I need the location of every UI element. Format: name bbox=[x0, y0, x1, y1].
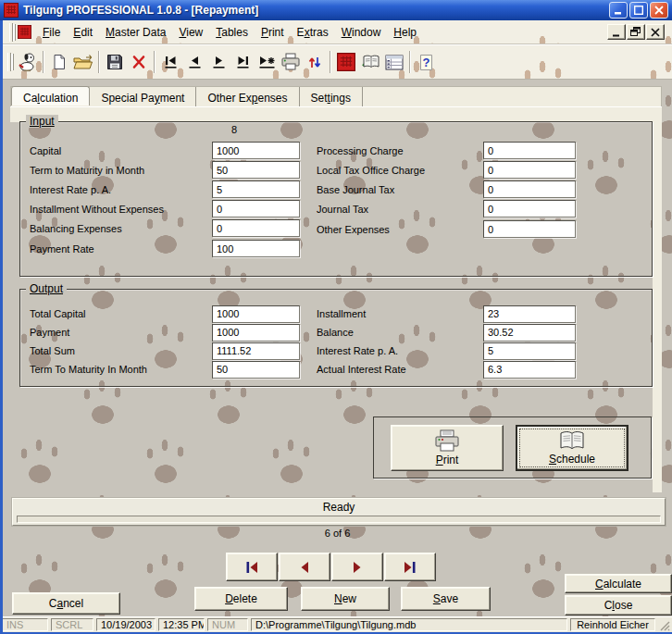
installment-output[interactable] bbox=[483, 305, 576, 323]
database-path: D:\Programme\Tilgung\Tilgung.mdb bbox=[251, 618, 567, 631]
payment-output[interactable] bbox=[212, 324, 300, 342]
balancing-expenses-input[interactable] bbox=[212, 219, 300, 237]
last-record-icon bbox=[402, 561, 418, 574]
repayment-form: Calculation Special Payment Other Expens… bbox=[3, 80, 672, 616]
save-button[interactable]: Save bbox=[401, 587, 491, 611]
resize-grip[interactable] bbox=[658, 619, 670, 631]
toolbar-separator bbox=[154, 51, 156, 73]
minimize-button[interactable] bbox=[609, 2, 628, 19]
field-label: Payment Rate bbox=[30, 243, 212, 255]
processing-charge-input[interactable] bbox=[483, 142, 576, 159]
menu-file[interactable]: File bbox=[36, 24, 67, 41]
first-record-button[interactable] bbox=[226, 553, 278, 581]
new-button[interactable]: New bbox=[301, 587, 390, 611]
balance-output[interactable] bbox=[483, 324, 576, 342]
tab-settings[interactable]: Settings bbox=[300, 87, 363, 106]
status-text: Ready bbox=[13, 499, 665, 514]
title-bar: Tilgung PROFESSIONAL 1.0.8 - [Repayment] bbox=[0, 0, 672, 20]
field-label: Base Journal Tax bbox=[317, 184, 483, 195]
toolbar-save-button[interactable] bbox=[103, 49, 127, 75]
menu-help[interactable]: Help bbox=[387, 24, 423, 41]
cancel-button[interactable]: Cancel bbox=[12, 592, 120, 615]
mdi-close-button[interactable] bbox=[646, 24, 665, 40]
document-system-icon[interactable] bbox=[18, 25, 31, 39]
output-group-title: Output bbox=[26, 282, 67, 295]
menu-master-data[interactable]: Master Data bbox=[99, 24, 172, 41]
toolbar-print-button[interactable] bbox=[279, 49, 303, 75]
next-record-button[interactable] bbox=[331, 553, 383, 581]
field-label: Total Capital bbox=[30, 308, 212, 319]
tab-strip: Calculation Special Payment Other Expens… bbox=[10, 86, 662, 106]
total-capital-output[interactable] bbox=[212, 305, 300, 323]
tab-calculation[interactable]: Calculation bbox=[11, 86, 90, 106]
toolbar-calculator-button[interactable] bbox=[334, 49, 358, 75]
total-sum-output[interactable] bbox=[212, 342, 300, 360]
toolbar-schedule-button[interactable] bbox=[358, 49, 382, 75]
capital-input[interactable] bbox=[212, 142, 300, 159]
ins-indicator: INS bbox=[2, 618, 48, 631]
field-label: Total Sum bbox=[30, 345, 212, 356]
mdi-restore-button[interactable] bbox=[627, 24, 645, 40]
last-record-button[interactable] bbox=[384, 553, 436, 581]
toolbar-new-button[interactable] bbox=[47, 49, 71, 75]
base-journal-tax-input[interactable] bbox=[483, 180, 576, 198]
menu-window[interactable]: Window bbox=[335, 24, 388, 41]
toolbar-next-record-button[interactable] bbox=[206, 49, 230, 75]
calculate-button[interactable]: Calculate bbox=[565, 574, 672, 593]
term-to-maturity-input[interactable] bbox=[212, 161, 300, 179]
record-counter: 8 bbox=[231, 124, 237, 135]
delete-icon bbox=[131, 55, 146, 69]
payment-rate-input[interactable] bbox=[212, 240, 300, 257]
actions-panel: Print Schedule bbox=[373, 416, 652, 479]
book-icon bbox=[556, 430, 588, 453]
print-icon bbox=[280, 53, 301, 71]
field-label: Balancing Expenses bbox=[30, 223, 212, 234]
menu-edit[interactable]: Edit bbox=[67, 24, 99, 41]
print-button[interactable]: Print bbox=[391, 425, 504, 471]
toolbar-help-button[interactable]: ? bbox=[414, 49, 438, 75]
other-expenses-input[interactable] bbox=[483, 220, 576, 238]
installment-without-expenses-input[interactable] bbox=[212, 200, 300, 218]
tab-other-expenses[interactable]: Other Expenses bbox=[196, 87, 299, 106]
schedule-button[interactable]: Schedule bbox=[516, 425, 628, 471]
toolbar-dog-button[interactable] bbox=[14, 49, 40, 75]
tab-page-edge bbox=[10, 106, 662, 122]
toolbar-refresh-button[interactable] bbox=[303, 49, 327, 75]
tab-special-payment[interactable]: Special Payment bbox=[90, 87, 196, 106]
field-label: Other Expenses bbox=[317, 224, 483, 235]
menu-grip[interactable] bbox=[9, 23, 13, 42]
field-label: Journal Tax bbox=[317, 204, 483, 215]
field-label: Term to Maturity in Month bbox=[30, 165, 212, 176]
previous-record-button[interactable] bbox=[279, 553, 330, 581]
interest-rate-input[interactable] bbox=[212, 180, 300, 198]
toolbar-grip[interactable] bbox=[7, 53, 11, 71]
toolbar-last-record-button[interactable] bbox=[230, 49, 255, 75]
field-label: Balance bbox=[317, 327, 483, 338]
toolbar-table-button[interactable] bbox=[382, 49, 406, 75]
first-record-icon bbox=[243, 561, 260, 574]
toolbar-separator bbox=[98, 51, 100, 73]
close-button[interactable] bbox=[650, 2, 668, 19]
save-icon bbox=[106, 54, 123, 70]
actual-interest-rate-output[interactable] bbox=[483, 361, 576, 379]
dog-icon bbox=[16, 51, 38, 73]
maximize-button[interactable] bbox=[629, 2, 648, 19]
local-tax-office-charge-input[interactable] bbox=[483, 161, 576, 179]
close-button-form[interactable]: Close bbox=[565, 595, 672, 615]
menu-tables[interactable]: Tables bbox=[209, 24, 255, 41]
term-to-maturity-output[interactable] bbox=[212, 361, 300, 379]
menu-extras[interactable]: Extras bbox=[291, 24, 335, 41]
toolbar-previous-record-button[interactable] bbox=[182, 49, 206, 75]
delete-button[interactable]: Delete bbox=[194, 587, 288, 611]
input-group-title: Input bbox=[26, 115, 58, 128]
mdi-minimize-button[interactable] bbox=[607, 24, 626, 40]
menu-view[interactable]: View bbox=[172, 24, 209, 41]
toolbar-first-record-button[interactable] bbox=[158, 49, 182, 75]
toolbar-new-record-button[interactable] bbox=[255, 49, 279, 75]
toolbar-delete-button[interactable] bbox=[127, 49, 151, 75]
interest-rate-output[interactable] bbox=[483, 342, 576, 360]
previous-record-icon bbox=[296, 561, 313, 574]
menu-print[interactable]: Print bbox=[255, 24, 291, 41]
toolbar-open-button[interactable] bbox=[71, 49, 95, 75]
journal-tax-input[interactable] bbox=[483, 200, 576, 218]
